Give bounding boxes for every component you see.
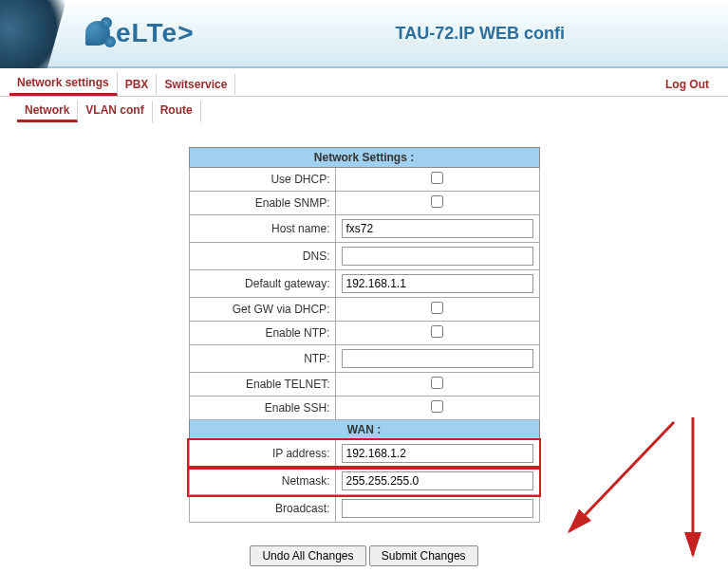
wan-header: WAN : (189, 420, 539, 440)
label-enable-ssh: Enable SSH: (189, 397, 336, 420)
subtab-route[interactable]: Route (153, 101, 201, 122)
page-title: TAU-72.IP WEB confi (233, 24, 728, 44)
tab-pbx[interactable]: PBX (118, 74, 158, 95)
label-enable-snmp: Enable SNMP: (189, 192, 336, 215)
subtab-vlan-conf[interactable]: VLAN conf (78, 101, 152, 122)
row-enable-telnet: Enable TELNET: (189, 373, 539, 397)
label-broadcast: Broadcast: (189, 495, 336, 523)
undo-all-changes-button[interactable]: Undo All Changes (250, 545, 365, 566)
save-row: Save (0, 566, 728, 572)
tab-switchservice[interactable]: Switservice (157, 74, 235, 95)
row-dns: DNS: (189, 243, 539, 270)
checkbox-enable-ssh[interactable] (431, 400, 443, 413)
row-use-dhcp: Use DHCP: (189, 168, 539, 192)
checkbox-use-dhcp[interactable] (431, 172, 443, 184)
annotation-arrow-2-icon (674, 413, 712, 564)
row-default-gateway: Default gateway: (189, 270, 539, 298)
input-host-name[interactable] (342, 219, 532, 238)
row-netmask: Netmask: (189, 468, 539, 495)
label-get-gw-via-dhcp: Get GW via DHCP: (189, 298, 336, 322)
logout-link[interactable]: Log Out (656, 74, 719, 95)
input-broadcast[interactable] (342, 499, 532, 518)
input-dns[interactable] (342, 247, 532, 266)
secondary-tabs: Network VLAN conf Route (0, 97, 728, 128)
label-enable-ntp: Enable NTP: (189, 322, 336, 345)
button-row: Undo All Changes Submit Changes (0, 545, 728, 566)
label-ip-address: IP address: (189, 440, 336, 468)
input-ip-address[interactable] (342, 444, 532, 463)
row-ip-address: IP address: (189, 440, 539, 468)
brand-logo: eLTe> (85, 18, 195, 48)
checkbox-get-gw-via-dhcp[interactable] (431, 302, 443, 314)
input-ntp[interactable] (342, 349, 532, 368)
header: eLTe> TAU-72.IP WEB confi (0, 0, 728, 68)
subtab-network[interactable]: Network (17, 101, 78, 122)
annotation-arrow-1-icon (551, 413, 683, 545)
label-enable-telnet: Enable TELNET: (189, 373, 336, 397)
input-netmask[interactable] (342, 471, 532, 490)
row-ntp: NTP: (189, 345, 539, 373)
input-default-gateway[interactable] (342, 274, 532, 293)
row-enable-snmp: Enable SNMP: (189, 192, 539, 215)
label-use-dhcp: Use DHCP: (189, 168, 336, 192)
primary-tabs: Network settings PBX Switservice Log Out (0, 68, 728, 97)
header-decoration (0, 0, 76, 68)
submit-changes-button[interactable]: Submit Changes (369, 545, 478, 566)
tab-network-settings[interactable]: Network settings (9, 72, 118, 96)
row-get-gw-via-dhcp: Get GW via DHCP: (189, 298, 539, 322)
label-ntp: NTP: (189, 345, 336, 373)
label-host-name: Host name: (189, 215, 336, 243)
row-host-name: Host name: (189, 215, 539, 243)
label-dns: DNS: (189, 243, 336, 270)
brand-text: eLTe> (116, 18, 195, 48)
row-broadcast: Broadcast: (189, 495, 539, 523)
logo-icon (85, 21, 110, 46)
label-default-gateway: Default gateway: (189, 270, 336, 298)
checkbox-enable-telnet[interactable] (431, 377, 443, 389)
settings-table: Network Settings : Use DHCP: Enable SNMP… (189, 147, 540, 523)
row-enable-ssh: Enable SSH: (189, 397, 539, 420)
label-netmask: Netmask: (189, 468, 336, 495)
network-settings-header: Network Settings : (189, 148, 539, 168)
svg-line-0 (569, 422, 674, 531)
checkbox-enable-ntp[interactable] (431, 325, 443, 338)
row-enable-ntp: Enable NTP: (189, 322, 539, 345)
checkbox-enable-snmp[interactable] (431, 195, 443, 208)
